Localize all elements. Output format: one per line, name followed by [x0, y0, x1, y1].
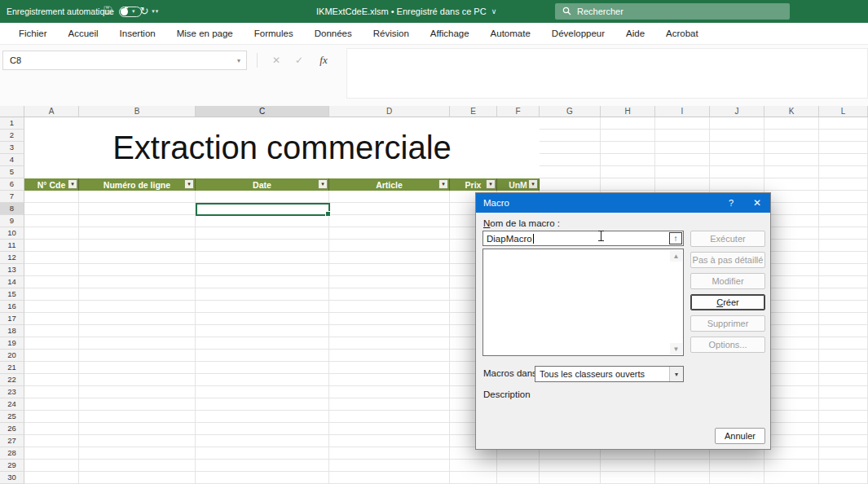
row-header-26[interactable]: 26 — [0, 423, 24, 435]
row-header-14[interactable]: 14 — [0, 276, 24, 288]
column-header-c[interactable]: C — [196, 106, 329, 117]
filter-dropdown-button[interactable]: ▾ — [528, 179, 538, 189]
macro-list[interactable]: ▲ ▼ — [482, 249, 684, 356]
customize-toolbar-icon[interactable]: ▾ — [156, 8, 159, 15]
search-icon — [562, 7, 571, 17]
row-header-16[interactable]: 16 — [0, 301, 24, 313]
ribbon-tab-affichage[interactable]: Affichage — [420, 23, 480, 44]
name-box-value: C8 — [10, 55, 21, 65]
column-header-a[interactable]: A — [24, 106, 79, 117]
row-header-8[interactable]: 8 — [0, 203, 24, 215]
insert-function-icon[interactable]: fx — [313, 51, 334, 70]
selected-cell[interactable] — [196, 203, 330, 216]
macro-dialog-controls: ? ✕ — [718, 193, 770, 213]
row-header-6[interactable]: 6 — [0, 178, 24, 191]
ribbon-tab-formules[interactable]: Formules — [244, 23, 304, 44]
row-header-12[interactable]: 12 — [0, 252, 24, 264]
row-header-30[interactable]: 30 — [0, 472, 24, 484]
undo-dropdown-icon[interactable]: ▾ — [132, 8, 135, 15]
column-header-l[interactable]: L — [819, 106, 868, 117]
macro-dialog-button-options[interactable]: Options... — [690, 337, 765, 353]
quick-access-toolbar: ↺▾ ↻▾ ▾ — [101, 0, 158, 23]
row-header-13[interactable]: 13 — [0, 264, 24, 276]
redo-dropdown-icon[interactable]: ▾ — [152, 8, 155, 15]
row-header-7[interactable]: 7 — [0, 191, 24, 203]
column-header-j[interactable]: J — [710, 106, 764, 117]
row-header-25[interactable]: 25 — [0, 411, 24, 423]
row-header-5[interactable]: 5 — [0, 166, 24, 178]
description-label: Description — [483, 389, 531, 399]
cancel-entry-icon[interactable]: ✕ — [266, 51, 287, 70]
scroll-down-icon[interactable]: ▼ — [670, 343, 682, 354]
search-box[interactable]: Rechercher — [555, 3, 790, 20]
macro-dialog-button-executer[interactable]: Exécuter — [690, 231, 765, 247]
column-header-e[interactable]: E — [450, 106, 497, 117]
undo-icon[interactable]: ↺ — [117, 0, 131, 23]
row-header-9[interactable]: 9 — [0, 215, 24, 227]
row-header-24[interactable]: 24 — [0, 398, 24, 411]
row-header-29[interactable]: 29 — [0, 460, 24, 472]
ribbon-tab-mise-en-page[interactable]: Mise en page — [166, 23, 244, 44]
row-header-19[interactable]: 19 — [0, 337, 24, 350]
row-header-15[interactable]: 15 — [0, 288, 24, 301]
row-header-21[interactable]: 21 — [0, 362, 24, 374]
ribbon-tab-accueil[interactable]: Accueil — [58, 23, 109, 44]
filter-dropdown-button[interactable]: ▾ — [68, 179, 77, 189]
column-header-d[interactable]: D — [329, 106, 450, 117]
macro-dialog-button-modifier[interactable]: Modifier — [690, 273, 765, 289]
select-all-corner[interactable] — [0, 106, 24, 117]
column-header-k[interactable]: K — [764, 106, 819, 117]
combo-dropdown-icon[interactable]: ▾ — [669, 367, 683, 381]
title-chevron-icon[interactable]: ∨ — [491, 7, 497, 15]
row-header-4[interactable]: 4 — [0, 154, 24, 166]
name-box-dropdown-icon[interactable]: ▾ — [237, 57, 240, 64]
table-header-label: Numéro de ligne — [104, 180, 170, 190]
column-header-i[interactable]: I — [655, 106, 710, 117]
ribbon-tab-aide[interactable]: Aide — [615, 23, 655, 44]
column-header-g[interactable]: G — [540, 106, 601, 117]
save-icon[interactable] — [101, 0, 115, 23]
ribbon-tab-acrobat[interactable]: Acrobat — [655, 23, 709, 44]
filter-dropdown-button[interactable]: ▾ — [318, 179, 328, 189]
ribbon-tab-fichier[interactable]: Fichier — [8, 23, 58, 44]
filter-dropdown-button[interactable]: ▾ — [486, 179, 496, 189]
row-header-18[interactable]: 18 — [0, 325, 24, 337]
formula-input[interactable] — [346, 48, 868, 99]
row-header-27[interactable]: 27 — [0, 435, 24, 447]
redo-icon[interactable]: ↻ — [137, 0, 151, 23]
name-box[interactable]: C8 ▾ — [2, 51, 247, 70]
row-header-22[interactable]: 22 — [0, 374, 24, 386]
help-icon[interactable]: ? — [718, 193, 744, 213]
macros-in-combobox[interactable]: Tous les classeurs ouverts ▾ — [535, 366, 684, 382]
row-header-2[interactable]: 2 — [0, 130, 24, 142]
macro-dialog-button-supprimer[interactable]: Supprimer — [690, 315, 765, 332]
window-title[interactable]: IKMExtCdeE.xlsm • Enregistré dans ce PC … — [316, 0, 496, 23]
ribbon-tab-insertion[interactable]: Insertion — [109, 23, 166, 44]
row-header-23[interactable]: 23 — [0, 386, 24, 398]
macro-dialog-button-creer[interactable]: Créer — [690, 294, 765, 310]
macro-dialog-button-pas-a-pas-detaille[interactable]: Pas à pas détaillé — [690, 252, 765, 268]
row-header-11[interactable]: 11 — [0, 240, 24, 252]
filter-dropdown-button[interactable]: ▾ — [438, 179, 448, 189]
column-header-b[interactable]: B — [79, 106, 196, 117]
expand-up-icon[interactable]: ↑ — [669, 232, 682, 244]
row-header-20[interactable]: 20 — [0, 350, 24, 362]
macro-name-input[interactable]: DiapMacro ↑ — [482, 231, 684, 246]
row-header-3[interactable]: 3 — [0, 142, 24, 154]
close-icon[interactable]: ✕ — [744, 193, 770, 213]
row-header-28[interactable]: 28 — [0, 447, 24, 460]
filter-dropdown-button[interactable]: ▾ — [184, 179, 194, 189]
ribbon-tab-automate[interactable]: Automate — [480, 23, 541, 44]
scroll-up-icon[interactable]: ▲ — [670, 250, 682, 262]
table-header-label: N° Cde — [37, 180, 66, 190]
ribbon-tab-revision[interactable]: Révision — [363, 23, 420, 44]
column-header-f[interactable]: F — [497, 106, 540, 117]
row-header-1[interactable]: 1 — [0, 117, 24, 130]
column-header-h[interactable]: H — [601, 106, 655, 117]
confirm-entry-icon[interactable]: ✓ — [289, 51, 310, 70]
cancel-button[interactable]: Annuler — [715, 428, 765, 444]
ribbon-tab-donnees[interactable]: Données — [304, 23, 363, 44]
row-header-17[interactable]: 17 — [0, 313, 24, 325]
ribbon-tab-developpeur[interactable]: Développeur — [541, 23, 615, 44]
row-header-10[interactable]: 10 — [0, 227, 24, 240]
